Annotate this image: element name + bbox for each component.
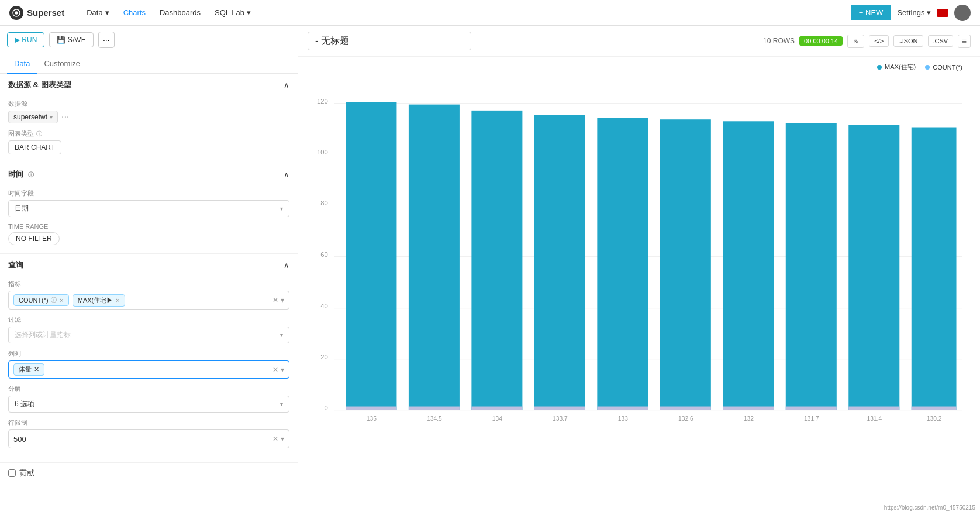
chart-controls: 10 ROWS 00:00:00.14 ％ </> .JSON .CSV ≡ [763, 35, 971, 48]
row-limit-value: 500 [13, 435, 26, 444]
expand-series-icon[interactable]: ▾ [281, 366, 284, 374]
bar-chart-wrapper: 0 20 40 60 80 100 120 [310, 76, 968, 512]
chevron-down-icon-4: ▾ [280, 205, 283, 212]
bar-2-main[interactable] [409, 105, 460, 410]
remove-metric-max[interactable]: ✕ [115, 297, 120, 304]
bar-8-main[interactable] [786, 123, 837, 410]
right-panel: 10 ROWS 00:00:00.14 ％ </> .JSON .CSV ≡ M… [298, 26, 980, 512]
metrics-input[interactable]: COUNT(*) ⓘ ✕ MAX(住宅▶ ✕ ✕ ▾ [8, 291, 289, 310]
expand-metrics-icon[interactable]: ▾ [281, 296, 284, 304]
series-value: 体量 [19, 365, 32, 374]
section-query-body: 指标 COUNT(*) ⓘ ✕ MAX(住宅▶ ✕ ✕ ▾ [0, 275, 298, 462]
chart-more-button[interactable]: ≡ [958, 35, 971, 48]
new-button[interactable]: + NEW [851, 5, 892, 20]
y-label-60: 60 [320, 251, 328, 258]
info-icon: ⓘ [36, 130, 42, 138]
more-options-button[interactable]: ··· [98, 32, 115, 48]
chevron-up-icon-2: ∧ [284, 170, 289, 179]
series-tag-volume[interactable]: 体量 ✕ [13, 363, 44, 376]
datasource-row: supersetwt ▾ ··· [8, 111, 289, 123]
section-datasource: 数据源 & 图表类型 ∧ 数据源 supersetwt ▾ ··· 图表类型 ⓘ [0, 74, 298, 163]
logo-text: Superset [27, 8, 64, 18]
run-button[interactable]: ▶ RUN [7, 32, 44, 47]
info-icon-time: ⓘ [28, 171, 34, 178]
expand-row-limit-icon[interactable]: ▾ [281, 435, 284, 443]
bar-4-secondary [534, 407, 585, 410]
save-button[interactable]: 💾 SAVE [49, 32, 93, 47]
json-button[interactable]: .JSON [893, 35, 923, 47]
time-badge: 00:00:00.14 [799, 36, 843, 46]
time-range-tag[interactable]: NO FILTER [8, 232, 60, 245]
bar-1-secondary [346, 407, 396, 410]
tab-customize[interactable]: Customize [37, 54, 87, 74]
nav-sqllab[interactable]: SQL Lab ▾ [209, 6, 257, 19]
time-field-select[interactable]: 日期 ▾ [8, 200, 289, 217]
user-avatar[interactable] [954, 5, 971, 21]
chevron-down-icon-3: ▾ [50, 114, 53, 121]
x-label-1: 135 [367, 415, 377, 422]
clear-row-limit-icon[interactable]: ✕ [272, 435, 278, 443]
metric-tag-count[interactable]: COUNT(*) ⓘ ✕ [13, 294, 69, 306]
datasource-value: supersetwt [13, 113, 47, 121]
nav-data[interactable]: Data ▾ [81, 6, 115, 19]
series-controls: ✕ ▾ [272, 366, 284, 374]
chevron-up-icon: ∧ [284, 81, 289, 90]
section-time-header[interactable]: 时间 ⓘ ∧ [0, 163, 298, 184]
metric-tag-max[interactable]: MAX(住宅▶ ✕ [73, 294, 126, 307]
bar-10-main[interactable] [912, 128, 957, 410]
bar-chart-svg: 0 20 40 60 80 100 120 [310, 76, 968, 456]
x-label-6: 132.6 [678, 415, 693, 422]
series-label: 列列 [8, 349, 289, 358]
row-limit-label: 行限制 [8, 418, 289, 427]
tab-data[interactable]: Data [7, 54, 37, 74]
y-label-0: 0 [324, 404, 327, 411]
partition-select[interactable]: 6 选项 ▾ [8, 396, 289, 413]
series-input[interactable]: 体量 ✕ ✕ ▾ [8, 360, 289, 379]
section-query-header[interactable]: 查询 ∧ [0, 254, 298, 275]
metrics-label: 指标 [8, 280, 289, 288]
filter-select[interactable]: 选择列或计量指标 ▾ [8, 327, 289, 343]
percent-button[interactable]: ％ [847, 35, 864, 48]
bar-1-main[interactable] [346, 102, 396, 410]
clear-metrics-icon[interactable]: ✕ [272, 296, 278, 304]
contribute-checkbox[interactable] [8, 469, 16, 477]
datasource-label: 数据源 [8, 99, 289, 108]
bar-9-main[interactable] [848, 125, 899, 410]
code-button[interactable]: </> [869, 35, 889, 47]
x-label-2: 134.5 [427, 415, 442, 422]
url-bar: https://blog.csdn.net/m0_45750215 [879, 503, 980, 512]
datasource-tag[interactable]: supersetwt ▾ [8, 111, 58, 123]
row-limit-input[interactable]: 500 ✕ ▾ [8, 429, 289, 448]
filter-label: 过滤 [8, 315, 289, 324]
metrics-controls: ✕ ▾ [272, 296, 284, 304]
contribute-label: 贡献 [19, 468, 34, 478]
dots-icon[interactable]: ··· [61, 112, 69, 122]
language-flag[interactable] [937, 9, 948, 17]
chart-title-input[interactable] [308, 32, 471, 50]
bar-6-main[interactable] [660, 119, 711, 410]
bar-5-main[interactable] [597, 118, 648, 410]
remove-series[interactable]: ✕ [34, 366, 39, 373]
rows-badge: 10 ROWS [763, 37, 795, 45]
tab-bar: Data Customize [0, 54, 298, 74]
bar-7-main[interactable] [723, 121, 774, 410]
settings-menu[interactable]: Settings ▾ [897, 8, 931, 17]
logo[interactable]: Superset [9, 6, 64, 20]
y-label-20: 20 [320, 353, 328, 360]
bar-3-main[interactable] [471, 111, 522, 410]
bar-4-main[interactable] [534, 115, 585, 410]
legend-dot-max [877, 65, 882, 70]
section-query: 查询 ∧ 指标 COUNT(*) ⓘ ✕ MAX(住宅▶ ✕ [0, 254, 298, 463]
legend-label-count: COUNT(*) [933, 64, 962, 71]
nav-dashboards[interactable]: Dashboards [154, 6, 206, 19]
y-label-40: 40 [320, 303, 328, 310]
clear-series-icon[interactable]: ✕ [272, 366, 278, 374]
chart-type-badge[interactable]: BAR CHART [8, 140, 61, 154]
section-datasource-header[interactable]: 数据源 & 图表类型 ∧ [0, 74, 298, 95]
nav-charts[interactable]: Charts [118, 6, 151, 19]
topnav-right: + NEW Settings ▾ [851, 5, 971, 21]
time-field-label: 时间字段 [8, 189, 289, 198]
csv-button[interactable]: .CSV [928, 35, 954, 47]
bar-6-secondary [660, 407, 711, 410]
remove-metric-count[interactable]: ✕ [59, 297, 64, 304]
